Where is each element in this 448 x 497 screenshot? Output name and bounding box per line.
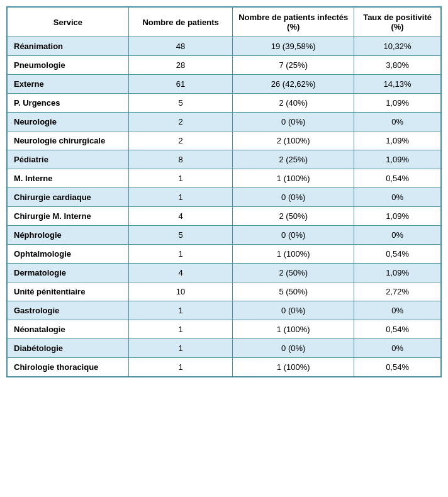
table-row: Chirurgie M. Interne42 (50%)1,09% [8, 207, 441, 226]
cell-taux: 0,54% [354, 320, 441, 339]
cell-taux: 3,80% [354, 56, 441, 75]
cell-service: Néonatalogie [8, 320, 129, 339]
cell-nb-infected: 5 (50%) [233, 282, 354, 301]
cell-nb-patients: 1 [128, 245, 232, 264]
cell-nb-infected: 19 (39,58%) [233, 37, 354, 56]
cell-nb-patients: 1 [128, 301, 232, 320]
table-row: Néphrologie50 (0%)0% [8, 226, 441, 245]
cell-nb-patients: 1 [128, 169, 232, 188]
cell-nb-patients: 5 [128, 94, 232, 113]
header-nb-patients: Nombre de patients [128, 8, 232, 37]
cell-nb-infected: 0 (0%) [233, 301, 354, 320]
data-table: Service Nombre de patients Nombre de pat… [7, 7, 441, 377]
cell-taux: 0% [354, 188, 441, 207]
cell-taux: 0% [354, 301, 441, 320]
cell-nb-infected: 2 (40%) [233, 94, 354, 113]
cell-nb-infected: 2 (25%) [233, 150, 354, 169]
table-row: Gastrologie10 (0%)0% [8, 301, 441, 320]
cell-nb-infected: 1 (100%) [233, 358, 354, 377]
cell-service: Pédiatrie [8, 150, 129, 169]
table-row: Neurologie chirurgicale22 (100%)1,09% [8, 131, 441, 150]
main-table-container: Service Nombre de patients Nombre de pat… [6, 6, 442, 377]
cell-taux: 1,09% [354, 150, 441, 169]
table-row: Chirologie thoracique11 (100%)0,54% [8, 358, 441, 377]
cell-nb-infected: 0 (0%) [233, 339, 354, 358]
cell-service: Dermatologie [8, 264, 129, 282]
cell-nb-patients: 10 [128, 282, 232, 301]
table-row: Réanimation4819 (39,58%)10,32% [8, 37, 441, 56]
table-header-row: Service Nombre de patients Nombre de pat… [8, 8, 441, 37]
cell-taux: 0% [354, 339, 441, 358]
table-body: Réanimation4819 (39,58%)10,32%Pneumologi… [8, 37, 441, 377]
cell-taux: 1,09% [354, 207, 441, 226]
table-row: P. Urgences52 (40%)1,09% [8, 94, 441, 113]
cell-service: Chirurgie M. Interne [8, 207, 129, 226]
table-row: Externe6126 (42,62%)14,13% [8, 75, 441, 94]
table-row: Unité pénitentiaire105 (50%)2,72% [8, 282, 441, 301]
cell-service: Diabétologie [8, 339, 129, 358]
cell-nb-patients: 4 [128, 264, 232, 282]
cell-nb-patients: 8 [128, 150, 232, 169]
cell-nb-infected: 2 (50%) [233, 207, 354, 226]
table-row: Neurologie20 (0%)0% [8, 113, 441, 131]
cell-taux: 1,09% [354, 264, 441, 282]
cell-taux: 2,72% [354, 282, 441, 301]
cell-taux: 0,54% [354, 169, 441, 188]
cell-nb-infected: 0 (0%) [233, 226, 354, 245]
cell-service: Unité pénitentiaire [8, 282, 129, 301]
cell-service: M. Interne [8, 169, 129, 188]
cell-nb-infected: 7 (25%) [233, 56, 354, 75]
cell-service: Ophtalmologie [8, 245, 129, 264]
cell-nb-patients: 48 [128, 37, 232, 56]
table-row: Néonatalogie11 (100%)0,54% [8, 320, 441, 339]
cell-nb-patients: 1 [128, 320, 232, 339]
cell-taux: 1,09% [354, 131, 441, 150]
cell-service: Chirurgie cardiaque [8, 188, 129, 207]
table-row: Dermatologie42 (50%)1,09% [8, 264, 441, 282]
cell-nb-infected: 26 (42,62%) [233, 75, 354, 94]
cell-nb-patients: 61 [128, 75, 232, 94]
cell-service: Pneumologie [8, 56, 129, 75]
cell-service: Gastrologie [8, 301, 129, 320]
cell-taux: 14,13% [354, 75, 441, 94]
cell-taux: 0% [354, 226, 441, 245]
cell-nb-infected: 1 (100%) [233, 320, 354, 339]
cell-taux: 10,32% [354, 37, 441, 56]
cell-service: Neurologie chirurgicale [8, 131, 129, 150]
cell-nb-infected: 2 (100%) [233, 131, 354, 150]
cell-nb-patients: 4 [128, 207, 232, 226]
cell-service: Réanimation [8, 37, 129, 56]
table-row: M. Interne11 (100%)0,54% [8, 169, 441, 188]
cell-nb-patients: 28 [128, 56, 232, 75]
cell-service: P. Urgences [8, 94, 129, 113]
table-row: Ophtalmologie11 (100%)0,54% [8, 245, 441, 264]
table-row: Chirurgie cardiaque10 (0%)0% [8, 188, 441, 207]
cell-nb-infected: 1 (100%) [233, 245, 354, 264]
cell-nb-infected: 2 (50%) [233, 264, 354, 282]
cell-service: Neurologie [8, 113, 129, 131]
cell-nb-patients: 5 [128, 226, 232, 245]
cell-service: Néphrologie [8, 226, 129, 245]
cell-nb-patients: 2 [128, 131, 232, 150]
cell-nb-infected: 0 (0%) [233, 113, 354, 131]
header-service: Service [8, 8, 129, 37]
cell-nb-patients: 1 [128, 358, 232, 377]
header-taux: Taux de positivité (%) [354, 8, 441, 37]
cell-service: Chirologie thoracique [8, 358, 129, 377]
table-row: Pneumologie287 (25%)3,80% [8, 56, 441, 75]
table-row: Pédiatrie82 (25%)1,09% [8, 150, 441, 169]
cell-taux: 0% [354, 113, 441, 131]
cell-taux: 0,54% [354, 245, 441, 264]
cell-nb-patients: 1 [128, 339, 232, 358]
cell-nb-patients: 2 [128, 113, 232, 131]
cell-taux: 0,54% [354, 358, 441, 377]
table-row: Diabétologie10 (0%)0% [8, 339, 441, 358]
cell-nb-patients: 1 [128, 188, 232, 207]
cell-nb-infected: 0 (0%) [233, 188, 354, 207]
cell-taux: 1,09% [354, 94, 441, 113]
header-nb-infected: Nombre de patients infectés (%) [233, 8, 354, 37]
cell-service: Externe [8, 75, 129, 94]
cell-nb-infected: 1 (100%) [233, 169, 354, 188]
